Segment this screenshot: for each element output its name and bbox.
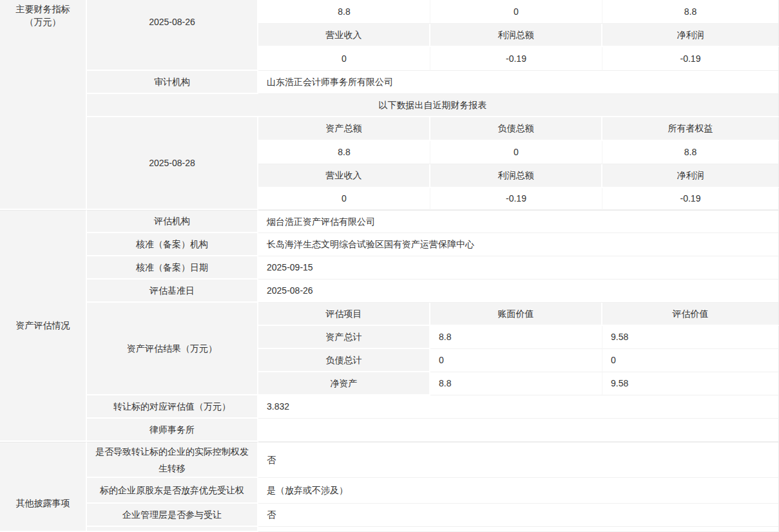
row-value: 是（放弃或不涉及） [258,478,779,504]
result-header-cell: 评估项目 [258,303,430,326]
report-date-1: 2025-08-26 [87,0,258,71]
fin-b1-header-cell: 净利润 [602,24,779,47]
result-header-cell: 评估价值 [602,303,779,326]
fin-b2-header-cell: 资产总额 [258,117,430,141]
result-book-cell: 8.8 [430,372,602,395]
fin-b1-value-cell: 8.8 [258,0,430,24]
result-book-cell: 0 [430,349,602,372]
audit-value: 山东浩正会计师事务所有限公司 [258,71,779,94]
row-label: 转让标的对应评估值（万元） [87,395,258,419]
section-label-valuation: 资产评估情况 [0,210,87,442]
row-value: 烟台浩正资产评估有限公司 [258,210,779,233]
result-book-cell: 8.8 [430,326,602,349]
fin-b1-header-cell: 利润总额 [430,24,602,47]
fin-b1-value-cell: 0 [430,0,602,24]
result-item-cell: 负债总计 [258,349,430,372]
fin-b1-value-cell: -0.19 [430,47,602,71]
row-label: 标的企业原股东是否放弃优先受让权 [87,478,258,504]
row-value: 长岛海洋生态文明综合试验区国有资产运营保障中心 [258,233,779,256]
report-date-2: 2025-08-28 [87,117,258,210]
row-value: 2025-09-15 [258,256,779,280]
row-value: 2025-08-26 [258,280,779,303]
row-value: 3.832 [258,395,779,419]
fin-b2-header-cell: 利润总额 [430,164,602,188]
fin-b2-value-cell: -0.19 [602,188,779,210]
fin-b1-header-cell: 营业收入 [258,24,430,47]
result-item-cell: 资产总计 [258,326,430,349]
row-label: 评估基准日 [87,280,258,303]
result-item-cell: 净资产 [258,372,430,395]
financial-note: 以下数据出自近期财务报表 [87,94,779,117]
row-label: 核准（备案）机构 [87,233,258,256]
row-value [258,419,779,442]
result-header-cell: 账面价值 [430,303,602,326]
row-label: 核准（备案）日期 [87,256,258,280]
fin-b2-value-cell: 8.8 [602,141,779,164]
section-label-financial: 主要财务指标 （万元） [0,0,87,210]
row-label: 是否导致转让标的企业的实际控制权发生转移 [87,442,258,478]
disclosure-table: 主要财务指标 （万元） 2025-08-26 8.8 0 8.8 营业收入 利润… [0,0,779,532]
row-value-cutoff [258,527,779,532]
fin-b2-value-cell: 0 [430,141,602,164]
fin-b1-value-cell: 8.8 [602,0,779,24]
valuation-result-label: 资产评估结果（万元） [87,303,258,395]
row-value: 否 [258,504,779,527]
row-label: 评估机构 [87,210,258,233]
fin-b2-value-cell: 8.8 [258,141,430,164]
fin-b1-value-cell: 0 [258,47,430,71]
row-label: 律师事务所 [87,419,258,442]
row-label: 企业管理层是否参与受让 [87,504,258,527]
fin-b2-header-cell: 净利润 [602,164,779,188]
row-value: 否 [258,442,779,478]
fin-b2-value-cell: 0 [258,188,430,210]
section-label-other: 其他披露事项 [0,442,87,532]
fin-b1-value-cell: -0.19 [602,47,779,71]
disclosure-page: 主要财务指标 （万元） 2025-08-26 8.8 0 8.8 营业收入 利润… [0,0,779,532]
fin-b2-header-cell: 营业收入 [258,164,430,188]
result-assessed-cell: 9.58 [602,326,779,349]
row-label-cutoff [87,527,258,532]
result-assessed-cell: 9.58 [602,372,779,395]
section-label-financial-line1: 主要财务指标 [5,3,81,15]
section-label-financial-line2: （万元） [5,15,81,28]
result-assessed-cell: 0 [602,349,779,372]
audit-label: 审计机构 [87,71,258,94]
fin-b2-header-cell: 负债总额 [430,117,602,141]
fin-b2-value-cell: -0.19 [430,188,602,210]
fin-b2-header-cell: 所有者权益 [602,117,779,141]
